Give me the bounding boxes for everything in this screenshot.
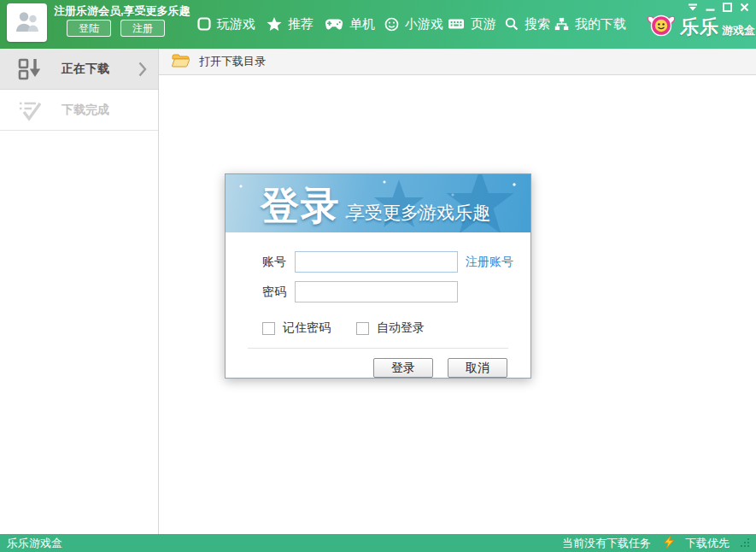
nav-item-web-games[interactable]: 页游 xyxy=(448,14,496,34)
minimize-icon xyxy=(706,0,715,15)
dialog-title: 登录 xyxy=(261,180,341,232)
gamepad-icon xyxy=(325,18,343,31)
nav-item-recommend[interactable]: 推荐 xyxy=(267,14,314,34)
statusbar-app-name: 乐乐游戏盒 xyxy=(7,536,62,551)
app-logo: 乐乐 游戏盒 xyxy=(644,12,755,43)
sidebar: 正在下载 下载完成 xyxy=(0,49,159,534)
sidebar-item-downloading[interactable]: 正在下载 xyxy=(0,49,158,90)
nav-label: 玩游戏 xyxy=(217,16,255,32)
resize-grip[interactable] xyxy=(740,537,751,549)
sitemap-icon xyxy=(554,17,569,31)
login-submit-button[interactable]: 登录 xyxy=(373,358,433,378)
close-button[interactable] xyxy=(735,1,753,14)
downloading-icon xyxy=(17,56,43,82)
nav-label: 搜索 xyxy=(525,16,550,32)
password-input[interactable] xyxy=(295,281,458,302)
remember-password-label: 记住密码 xyxy=(283,320,331,336)
open-download-dir-button[interactable]: 打开下载目录 xyxy=(171,53,266,70)
right-column: 打开下载目录 登录 享受更多游戏乐趣 xyxy=(159,49,756,534)
password-label: 密码 xyxy=(262,285,290,300)
skin-menu-icon xyxy=(688,0,698,15)
nav-label: 我的下载 xyxy=(575,16,626,32)
remember-password-checkbox[interactable] xyxy=(262,322,275,335)
main-row: 正在下载 下载完成 xyxy=(0,49,756,534)
skin-menu-button[interactable] xyxy=(684,1,701,14)
play-icon xyxy=(197,17,211,31)
nav-label: 小游戏 xyxy=(405,16,443,32)
download-status-text: 当前没有下载任务 xyxy=(562,536,651,551)
account-input[interactable] xyxy=(295,251,458,273)
register-account-link[interactable]: 注册账号 xyxy=(466,255,513,270)
password-row: 密码 xyxy=(226,281,530,302)
login-dialog-header: 登录 享受更多游戏乐趣 xyxy=(226,174,530,232)
nav-item-my-downloads[interactable]: 我的下载 xyxy=(554,14,626,34)
chevron-right-icon xyxy=(138,62,147,80)
account-label: 账号 xyxy=(262,255,290,270)
users-icon xyxy=(13,8,42,38)
maximize-button[interactable] xyxy=(718,1,735,14)
mascot-icon xyxy=(644,12,678,43)
maximize-icon xyxy=(723,0,732,15)
sidebar-item-label: 正在下载 xyxy=(62,62,109,77)
auto-login-checkbox[interactable] xyxy=(356,322,369,335)
toolbar: 打开下载目录 xyxy=(159,49,756,75)
download-priority-button[interactable]: 下载优先 xyxy=(685,536,730,551)
star-icon xyxy=(267,17,282,32)
dialog-divider xyxy=(248,348,508,349)
minimize-button[interactable] xyxy=(701,1,718,14)
content-area: 登录 享受更多游戏乐趣 账号 注册账号 密码 xyxy=(159,75,756,534)
options-row: 记住密码 自动登录 xyxy=(226,320,530,336)
sidebar-item-label: 下载完成 xyxy=(62,103,109,118)
app-window: 注册乐游会员,享受更多乐趣 登陆 注册 玩游戏 推荐 单机 小游戏 xyxy=(0,0,756,552)
logo-subtitle: 游戏盒 xyxy=(722,23,755,38)
promo-text: 注册乐游会员,享受更多乐趣 xyxy=(54,3,190,19)
nav-label: 页游 xyxy=(471,16,496,32)
login-button[interactable]: 登陆 xyxy=(67,20,111,37)
dialog-subtitle: 享受更多游戏乐趣 xyxy=(347,201,490,225)
status-bar: 乐乐游戏盒 当前没有下载任务 下载优先 xyxy=(0,534,756,552)
completed-icon xyxy=(17,97,43,123)
keyboard-icon xyxy=(448,18,465,30)
nav-item-search[interactable]: 搜索 xyxy=(505,14,550,34)
search-icon xyxy=(505,17,519,31)
register-button[interactable]: 注册 xyxy=(120,20,165,37)
auto-login-label: 自动登录 xyxy=(377,320,425,336)
nav-item-mini-games[interactable]: 小游戏 xyxy=(384,14,443,34)
nav-item-singleplayer[interactable]: 单机 xyxy=(325,14,375,34)
login-dialog: 登录 享受更多游戏乐趣 账号 注册账号 密码 xyxy=(225,173,531,379)
nav-label: 单机 xyxy=(349,16,375,32)
window-controls xyxy=(684,1,753,14)
dialog-buttons-row: 登录 取消 xyxy=(226,358,530,378)
logo-title: 乐乐 xyxy=(680,15,719,40)
user-avatar[interactable] xyxy=(7,3,47,42)
nav-label: 推荐 xyxy=(288,16,314,32)
nav-item-play-games[interactable]: 玩游戏 xyxy=(197,14,255,34)
folder-icon xyxy=(171,53,190,70)
smiley-icon xyxy=(384,17,399,32)
account-row: 账号 注册账号 xyxy=(226,251,530,273)
login-dialog-body: 账号 注册账号 密码 记住密码 xyxy=(226,232,530,378)
close-icon xyxy=(740,0,749,15)
cancel-button[interactable]: 取消 xyxy=(448,358,507,378)
toolbar-label: 打开下载目录 xyxy=(199,54,266,69)
sidebar-item-completed[interactable]: 下载完成 xyxy=(0,90,158,131)
lightning-icon xyxy=(663,536,675,551)
title-bar: 注册乐游会员,享受更多乐趣 登陆 注册 玩游戏 推荐 单机 小游戏 xyxy=(0,0,756,49)
